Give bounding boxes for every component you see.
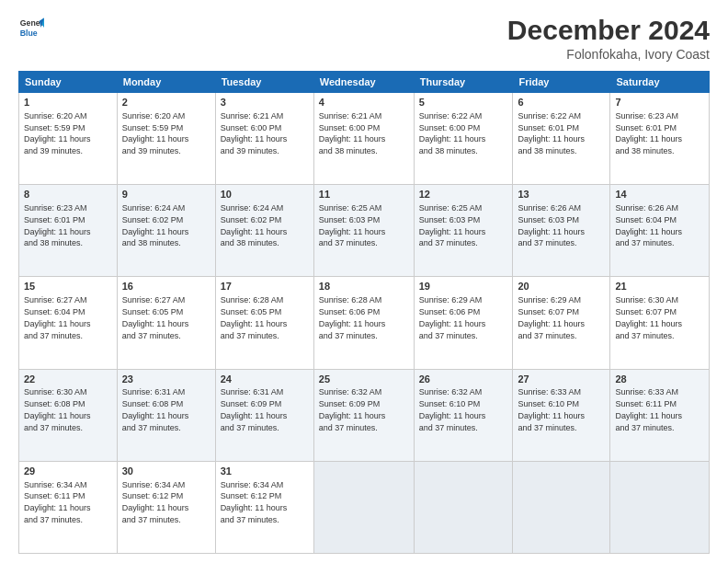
calendar-day-cell: 9Sunrise: 6:24 AM Sunset: 6:02 PM Daylig… (117, 185, 215, 277)
header-wednesday: Wednesday (313, 72, 414, 93)
day-number: 9 (122, 188, 210, 201)
day-info: Sunrise: 6:24 AM Sunset: 6:02 PM Dayligh… (221, 203, 288, 247)
calendar-day-cell: 3Sunrise: 6:21 AM Sunset: 6:00 PM Daylig… (215, 93, 313, 185)
day-info: Sunrise: 6:20 AM Sunset: 5:59 PM Dayligh… (122, 111, 189, 155)
day-info: Sunrise: 6:34 AM Sunset: 6:11 PM Dayligh… (24, 480, 91, 524)
day-number: 11 (319, 188, 409, 201)
calendar-week-row: 1Sunrise: 6:20 AM Sunset: 5:59 PM Daylig… (19, 93, 710, 185)
calendar-day-cell: 12Sunrise: 6:25 AM Sunset: 6:03 PM Dayli… (414, 185, 513, 277)
day-number: 14 (615, 188, 704, 201)
calendar-day-cell: 26Sunrise: 6:32 AM Sunset: 6:10 PM Dayli… (414, 369, 513, 461)
day-number: 26 (419, 373, 508, 386)
calendar-day-cell: 25Sunrise: 6:32 AM Sunset: 6:09 PM Dayli… (313, 369, 414, 461)
calendar-day-cell: 13Sunrise: 6:26 AM Sunset: 6:03 PM Dayli… (513, 185, 610, 277)
day-number: 19 (419, 280, 508, 293)
day-number: 30 (122, 465, 210, 478)
day-number: 20 (518, 280, 605, 293)
calendar-day-cell: 30Sunrise: 6:34 AM Sunset: 6:12 PM Dayli… (117, 461, 215, 553)
day-number: 16 (122, 280, 210, 293)
logo-icon: General Blue (18, 15, 44, 40)
calendar-day-cell: 21Sunrise: 6:30 AM Sunset: 6:07 PM Dayli… (610, 277, 710, 369)
day-info: Sunrise: 6:22 AM Sunset: 6:01 PM Dayligh… (518, 111, 585, 155)
subtitle: Folonfokaha, Ivory Coast (507, 47, 710, 62)
day-info: Sunrise: 6:32 AM Sunset: 6:10 PM Dayligh… (419, 387, 486, 431)
day-number: 10 (221, 188, 309, 201)
calendar-day-cell: 10Sunrise: 6:24 AM Sunset: 6:02 PM Dayli… (215, 185, 313, 277)
calendar-day-cell: 28Sunrise: 6:33 AM Sunset: 6:11 PM Dayli… (610, 369, 710, 461)
day-info: Sunrise: 6:24 AM Sunset: 6:02 PM Dayligh… (122, 203, 189, 247)
day-number: 3 (221, 96, 309, 109)
calendar-day-cell: 5Sunrise: 6:22 AM Sunset: 6:00 PM Daylig… (414, 93, 513, 185)
calendar-table: Sunday Monday Tuesday Wednesday Thursday… (18, 71, 710, 554)
calendar-day-cell (610, 461, 710, 553)
calendar-week-row: 15Sunrise: 6:27 AM Sunset: 6:04 PM Dayli… (19, 277, 710, 369)
calendar-day-cell: 27Sunrise: 6:33 AM Sunset: 6:10 PM Dayli… (513, 369, 610, 461)
calendar-day-cell: 15Sunrise: 6:27 AM Sunset: 6:04 PM Dayli… (19, 277, 118, 369)
svg-text:Blue: Blue (20, 29, 38, 38)
day-info: Sunrise: 6:29 AM Sunset: 6:06 PM Dayligh… (419, 295, 486, 339)
day-number: 15 (24, 280, 112, 293)
day-number: 17 (221, 280, 309, 293)
header: General Blue December 2024 Folonfokaha, … (18, 15, 710, 62)
calendar-week-row: 22Sunrise: 6:30 AM Sunset: 6:08 PM Dayli… (19, 369, 710, 461)
calendar-day-cell: 22Sunrise: 6:30 AM Sunset: 6:08 PM Dayli… (19, 369, 118, 461)
page: General Blue December 2024 Folonfokaha, … (0, 0, 728, 563)
calendar-day-cell: 20Sunrise: 6:29 AM Sunset: 6:07 PM Dayli… (513, 277, 610, 369)
calendar-day-cell: 17Sunrise: 6:28 AM Sunset: 6:05 PM Dayli… (215, 277, 313, 369)
calendar-week-row: 29Sunrise: 6:34 AM Sunset: 6:11 PM Dayli… (19, 461, 710, 553)
day-info: Sunrise: 6:26 AM Sunset: 6:04 PM Dayligh… (615, 203, 682, 247)
calendar-day-cell: 18Sunrise: 6:28 AM Sunset: 6:06 PM Dayli… (313, 277, 414, 369)
header-monday: Monday (117, 72, 215, 93)
calendar-day-cell (313, 461, 414, 553)
header-friday: Friday (513, 72, 610, 93)
header-sunday: Sunday (19, 72, 118, 93)
calendar-day-cell (414, 461, 513, 553)
day-info: Sunrise: 6:27 AM Sunset: 6:05 PM Dayligh… (122, 295, 189, 339)
day-number: 24 (221, 373, 309, 386)
day-info: Sunrise: 6:31 AM Sunset: 6:08 PM Dayligh… (122, 387, 189, 431)
calendar-day-cell: 2Sunrise: 6:20 AM Sunset: 5:59 PM Daylig… (117, 93, 215, 185)
day-number: 31 (221, 465, 309, 478)
day-info: Sunrise: 6:27 AM Sunset: 6:04 PM Dayligh… (24, 295, 91, 339)
day-info: Sunrise: 6:25 AM Sunset: 6:03 PM Dayligh… (319, 203, 386, 247)
calendar-day-cell: 4Sunrise: 6:21 AM Sunset: 6:00 PM Daylig… (313, 93, 414, 185)
day-number: 6 (518, 96, 605, 109)
day-info: Sunrise: 6:29 AM Sunset: 6:07 PM Dayligh… (518, 295, 585, 339)
day-info: Sunrise: 6:34 AM Sunset: 6:12 PM Dayligh… (122, 480, 189, 524)
calendar-day-cell: 31Sunrise: 6:34 AM Sunset: 6:12 PM Dayli… (215, 461, 313, 553)
day-info: Sunrise: 6:26 AM Sunset: 6:03 PM Dayligh… (518, 203, 585, 247)
logo: General Blue (18, 15, 44, 40)
day-number: 23 (122, 373, 210, 386)
day-info: Sunrise: 6:22 AM Sunset: 6:00 PM Dayligh… (419, 111, 486, 155)
main-title: December 2024 (507, 15, 710, 45)
calendar-day-cell: 8Sunrise: 6:23 AM Sunset: 6:01 PM Daylig… (19, 185, 118, 277)
calendar-week-row: 8Sunrise: 6:23 AM Sunset: 6:01 PM Daylig… (19, 185, 710, 277)
day-number: 21 (615, 280, 704, 293)
calendar-day-cell: 23Sunrise: 6:31 AM Sunset: 6:08 PM Dayli… (117, 369, 215, 461)
header-tuesday: Tuesday (215, 72, 313, 93)
title-block: December 2024 Folonfokaha, Ivory Coast (507, 15, 710, 62)
calendar-day-cell: 11Sunrise: 6:25 AM Sunset: 6:03 PM Dayli… (313, 185, 414, 277)
header-saturday: Saturday (610, 72, 710, 93)
day-number: 2 (122, 96, 210, 109)
header-thursday: Thursday (414, 72, 513, 93)
calendar-day-cell: 14Sunrise: 6:26 AM Sunset: 6:04 PM Dayli… (610, 185, 710, 277)
day-info: Sunrise: 6:33 AM Sunset: 6:10 PM Dayligh… (518, 387, 585, 431)
day-info: Sunrise: 6:33 AM Sunset: 6:11 PM Dayligh… (615, 387, 682, 431)
calendar-header-row: Sunday Monday Tuesday Wednesday Thursday… (19, 72, 710, 93)
day-info: Sunrise: 6:32 AM Sunset: 6:09 PM Dayligh… (319, 387, 386, 431)
day-number: 8 (24, 188, 112, 201)
day-number: 29 (24, 465, 112, 478)
day-number: 13 (518, 188, 605, 201)
calendar-day-cell: 29Sunrise: 6:34 AM Sunset: 6:11 PM Dayli… (19, 461, 118, 553)
day-number: 4 (319, 96, 409, 109)
calendar-day-cell: 6Sunrise: 6:22 AM Sunset: 6:01 PM Daylig… (513, 93, 610, 185)
day-number: 22 (24, 373, 112, 386)
calendar-day-cell: 16Sunrise: 6:27 AM Sunset: 6:05 PM Dayli… (117, 277, 215, 369)
day-info: Sunrise: 6:23 AM Sunset: 6:01 PM Dayligh… (24, 203, 91, 247)
day-number: 7 (615, 96, 704, 109)
day-number: 12 (419, 188, 508, 201)
day-number: 27 (518, 373, 605, 386)
calendar-body: 1Sunrise: 6:20 AM Sunset: 5:59 PM Daylig… (19, 93, 710, 554)
day-number: 18 (319, 280, 409, 293)
